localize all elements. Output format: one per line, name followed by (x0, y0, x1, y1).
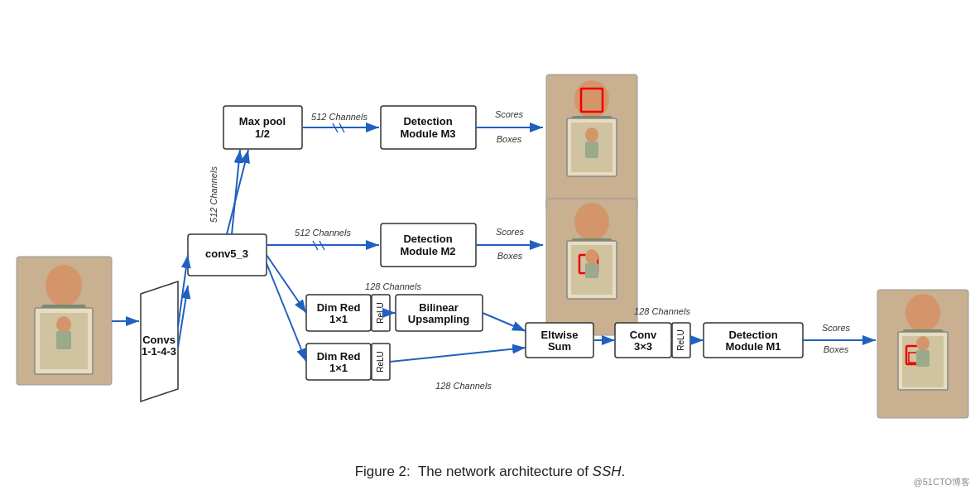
svg-text:Max pool: Max pool (239, 115, 286, 127)
svg-text:128 Channels: 128 Channels (634, 306, 690, 316)
svg-text:512 Channels: 512 Channels (311, 112, 368, 122)
svg-rect-8 (56, 331, 71, 349)
svg-text:1×1: 1×1 (329, 313, 348, 325)
svg-text:Boxes: Boxes (497, 251, 523, 261)
svg-text:Scores: Scores (822, 323, 851, 333)
svg-text:128 Channels: 128 Channels (435, 381, 492, 391)
figure-caption: Figure 2: The network architecture of SS… (355, 464, 626, 480)
svg-text:Boxes: Boxes (497, 134, 522, 144)
svg-text:conv5_3: conv5_3 (205, 248, 248, 260)
svg-text:ReLU: ReLU (376, 302, 385, 324)
svg-text:Scores: Scores (495, 109, 524, 119)
svg-point-7 (56, 316, 71, 333)
svg-text:128 Channels: 128 Channels (365, 281, 421, 291)
svg-point-26 (906, 294, 940, 332)
svg-text:Upsampling: Upsampling (408, 313, 469, 325)
svg-line-98 (390, 348, 526, 362)
svg-text:Dim Red: Dim Red (317, 301, 361, 314)
svg-text:3×3: 3×3 (634, 340, 652, 353)
svg-point-23 (585, 249, 598, 264)
svg-text:Module M2: Module M2 (400, 245, 455, 257)
svg-line-76 (267, 255, 306, 313)
svg-point-32 (916, 336, 930, 351)
svg-text:Module M1: Module M1 (725, 340, 781, 353)
svg-text:Convs: Convs (142, 334, 175, 346)
svg-text:Eltwise: Eltwise (541, 329, 579, 341)
svg-text:1×1: 1×1 (329, 362, 348, 374)
svg-point-18 (574, 203, 609, 241)
svg-text:1-1-4-3: 1-1-4-3 (142, 345, 176, 358)
svg-rect-24 (585, 263, 598, 278)
caption-text: Figure 2: The network architecture of SS… (355, 464, 626, 479)
svg-line-77 (267, 263, 306, 362)
svg-text:1/2: 1/2 (255, 127, 270, 140)
svg-text:Detection: Detection (403, 233, 452, 245)
svg-text:Dim Red: Dim Red (317, 350, 361, 363)
svg-text:Conv: Conv (630, 329, 657, 341)
svg-text:Scores: Scores (496, 227, 525, 237)
svg-point-15 (585, 127, 598, 142)
svg-text:Boxes: Boxes (824, 344, 849, 354)
svg-text:ReLU: ReLU (676, 329, 685, 351)
svg-rect-33 (916, 350, 930, 367)
svg-text:Module M3: Module M3 (400, 127, 455, 140)
diagram-container: Convs 1-1-4-3 Max pool 1/2 conv5_3 Detec… (0, 0, 980, 495)
svg-text:Bilinear: Bilinear (419, 301, 459, 314)
svg-text:Sum: Sum (548, 340, 571, 353)
svg-point-3 (46, 265, 82, 306)
svg-text:512 Channels: 512 Channels (209, 166, 219, 223)
svg-text:Detection: Detection (728, 329, 777, 341)
watermark: @51CTO博客 (914, 476, 970, 488)
svg-text:Detection: Detection (403, 115, 452, 127)
svg-line-95 (483, 313, 526, 331)
svg-text:512 Channels: 512 Channels (295, 228, 351, 238)
svg-text:ReLU: ReLU (376, 351, 385, 372)
svg-rect-16 (585, 142, 598, 158)
svg-line-107 (232, 150, 240, 234)
architecture-diagram: Convs 1-1-4-3 Max pool 1/2 conv5_3 Detec… (0, 0, 980, 495)
svg-line-75 (227, 150, 248, 234)
